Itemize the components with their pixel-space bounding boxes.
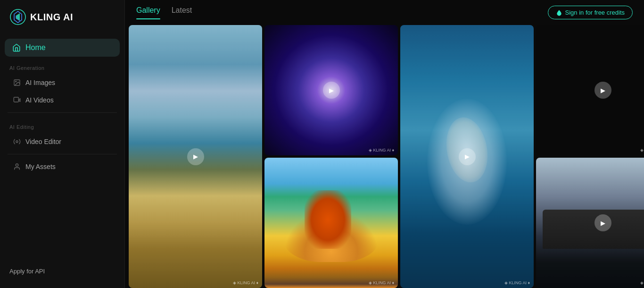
sidebar-item-video-editor[interactable]: Video Editor bbox=[4, 133, 121, 150]
video-editor-label: Video Editor bbox=[25, 138, 61, 145]
ai-images-icon bbox=[13, 79, 21, 86]
car-play-btn[interactable]: ▶ bbox=[594, 214, 611, 231]
dog-play-btn[interactable]: ▶ bbox=[459, 148, 476, 165]
ai-videos-icon bbox=[13, 96, 21, 104]
logo-area: KLING AI bbox=[0, 0, 124, 34]
ai-editing-section: AI Editing bbox=[0, 117, 124, 133]
ai-images-label: AI Images bbox=[25, 79, 55, 86]
sidebar-nav: Home AI Generation AI Images AI Videos A… bbox=[0, 34, 124, 256]
col-2: ▶ ◈ KLING AI ♦ ◈ KLING AI ♦ bbox=[264, 25, 398, 288]
gallery-item-beach[interactable]: ◈ KLING AI ♦ bbox=[264, 158, 398, 288]
gallery-proper: ▶ ◈ KLING AI ♦ ▶ ◈ KLING AI ♦ ◈ KLING AI… bbox=[125, 19, 644, 288]
col-4: ▶ ◈ KLING AI ♦ ▶ ◈ KLING AI ♦ bbox=[536, 25, 644, 288]
sidebar: KLING AI Home AI Generation AI Images bbox=[0, 0, 125, 288]
divider-2 bbox=[8, 154, 117, 154]
tabs: Gallery Latest bbox=[136, 6, 192, 19]
svg-point-6 bbox=[16, 164, 18, 166]
header: Gallery Latest Sign in for free credits bbox=[125, 0, 644, 19]
sign-in-label: Sign in for free credits bbox=[565, 9, 625, 16]
sidebar-bottom: Apply for API bbox=[0, 256, 124, 288]
my-assets-label: My Assets bbox=[25, 163, 56, 170]
svg-point-5 bbox=[16, 141, 18, 143]
sidebar-item-home[interactable]: Home bbox=[5, 39, 120, 57]
ai-generation-section: AI Generation bbox=[0, 58, 124, 74]
svg-point-2 bbox=[16, 81, 17, 82]
tunnel-play-btn[interactable]: ▶ bbox=[323, 82, 340, 99]
water-drop-icon bbox=[556, 9, 562, 16]
apply-api-link[interactable]: Apply for API bbox=[9, 264, 115, 279]
gallery-item-tunnel[interactable]: ▶ ◈ KLING AI ♦ bbox=[264, 25, 398, 155]
my-assets-icon bbox=[13, 163, 21, 170]
tab-gallery[interactable]: Gallery bbox=[136, 6, 160, 19]
sign-in-button[interactable]: Sign in for free credits bbox=[548, 6, 633, 19]
video-editor-icon bbox=[13, 138, 21, 145]
mountain-wm: ◈ KLING AI ♦ bbox=[233, 280, 258, 285]
divider-1 bbox=[8, 112, 117, 113]
gallery-item-car[interactable]: ▶ ◈ KLING AI ♦ bbox=[536, 158, 644, 288]
gallery-item-mountain[interactable]: ▶ ◈ KLING AI ♦ bbox=[129, 25, 262, 288]
sidebar-item-my-assets[interactable]: My Assets bbox=[4, 158, 121, 175]
sidebar-item-ai-images[interactable]: AI Images bbox=[4, 74, 121, 91]
mountain-play-btn[interactable]: ▶ bbox=[187, 148, 204, 165]
svg-rect-3 bbox=[14, 97, 18, 102]
tab-latest[interactable]: Latest bbox=[172, 6, 192, 19]
gallery-item-dog[interactable]: ▶ ◈ KLING AI ♦ bbox=[400, 25, 534, 288]
ai-videos-label: AI Videos bbox=[25, 96, 54, 104]
main-content: Gallery Latest Sign in for free credits … bbox=[125, 0, 644, 288]
logo-icon bbox=[9, 8, 26, 25]
home-icon bbox=[12, 43, 21, 52]
sidebar-item-ai-videos[interactable]: AI Videos bbox=[4, 92, 121, 109]
home-label: Home bbox=[25, 43, 46, 52]
purple-play-btn[interactable]: ▶ bbox=[594, 82, 611, 99]
logo-text: KLING AI bbox=[30, 12, 73, 23]
gallery-item-purple-sky[interactable]: ▶ ◈ KLING AI ♦ bbox=[536, 25, 644, 155]
